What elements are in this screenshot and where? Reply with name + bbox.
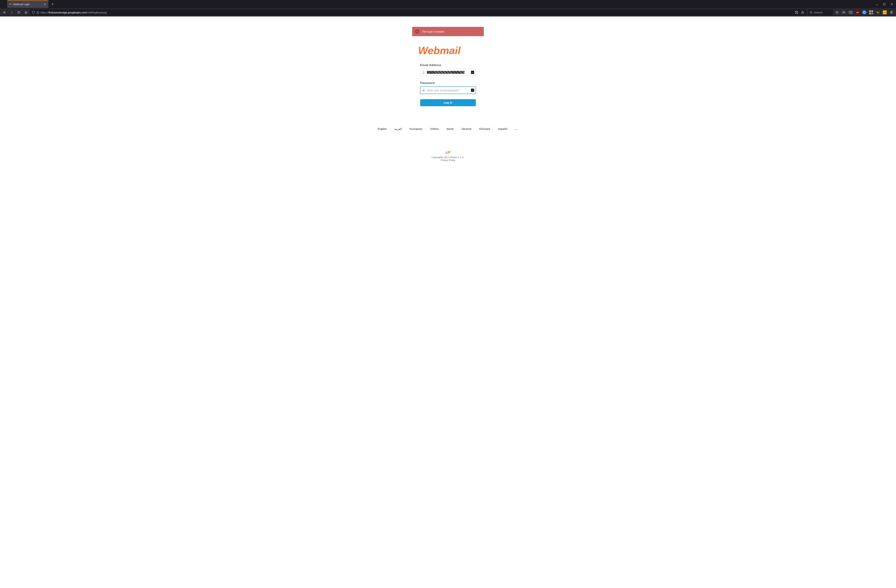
lang-arabic[interactable]: العربية <box>395 127 402 131</box>
url-proto: https:// <box>41 11 49 14</box>
dino-ext-button[interactable]: 🦖 <box>875 9 881 15</box>
webmail-logo-text: Webmail <box>418 45 461 56</box>
nav-home-button[interactable] <box>23 9 29 15</box>
new-tab-button[interactable] <box>50 2 55 7</box>
password-manager-badge-icon[interactable] <box>471 89 474 92</box>
browser-chrome: cP Webmail Login <box>0 0 896 17</box>
error-icon <box>415 29 419 33</box>
nav-forward-button[interactable] <box>9 9 15 15</box>
redacted-email-value <box>427 71 465 74</box>
yellow-ext-button[interactable] <box>882 9 888 15</box>
email-field[interactable] <box>427 69 475 76</box>
login-button[interactable]: Log in <box>420 99 476 106</box>
webmail-logo: Webmail <box>412 45 484 56</box>
yellow-ext-icon <box>883 11 887 14</box>
password-label: Password <box>420 81 476 85</box>
window-maximize-button[interactable] <box>881 2 887 7</box>
svg-rect-0 <box>884 3 885 5</box>
password-manager-badge-icon[interactable] <box>471 71 474 74</box>
url-bar[interactable]: https://firebasestorage.googleapis.com/v… <box>30 9 807 15</box>
reader-button[interactable] <box>847 9 854 15</box>
url-text[interactable]: https://firebasestorage.googleapis.com/v… <box>41 11 793 14</box>
cookie-ext-button[interactable] <box>861 9 867 15</box>
url-host: firebasestorage.googleapis.com <box>49 11 87 14</box>
svg-rect-13 <box>423 90 425 91</box>
email-input-wrap[interactable] <box>420 69 476 76</box>
footer: cP Copyright© 2021 cPanel, L.L.C. Privac… <box>0 150 896 161</box>
cpanel-favicon-icon: cP <box>9 3 12 6</box>
lang-english[interactable]: English <box>378 127 386 131</box>
cpanel-logo-icon: cP <box>0 150 896 155</box>
lang-more-button[interactable]: … <box>515 127 518 131</box>
lock-input-icon <box>421 89 427 92</box>
svg-rect-2 <box>795 11 796 12</box>
ublock-icon: uo <box>855 11 859 14</box>
lang-czech[interactable]: čeština <box>430 127 439 131</box>
login-form: Email Address Password Log in <box>420 63 476 106</box>
tab-close-button[interactable] <box>43 3 47 6</box>
qr-icon[interactable] <box>794 9 799 15</box>
cookie-icon <box>862 11 866 14</box>
nav-back-button[interactable] <box>2 9 8 15</box>
svg-point-9 <box>864 12 864 12</box>
library-button[interactable] <box>841 9 847 15</box>
toolbar-icons: uo 🦖 <box>834 9 894 15</box>
person-icon <box>421 71 427 74</box>
lang-danish[interactable]: dansk <box>446 127 454 131</box>
squares-ext-button[interactable] <box>868 9 874 15</box>
squares-icon <box>869 11 873 14</box>
svg-point-6 <box>810 11 812 13</box>
browser-search-box[interactable]: Search <box>808 9 833 15</box>
search-placeholder: Search <box>814 11 823 14</box>
search-icon <box>810 11 812 14</box>
password-field[interactable] <box>427 87 475 94</box>
svg-rect-1 <box>37 12 39 14</box>
privacy-policy-link[interactable]: Privacy Policy <box>0 159 896 161</box>
lang-greek[interactable]: Ελληνικά <box>479 127 490 131</box>
error-alert: The login is invalid. <box>412 27 484 36</box>
lang-bulgarian[interactable]: български <box>410 127 422 131</box>
error-message: The login is invalid. <box>422 30 445 33</box>
tab-title: Webmail Login <box>13 3 42 6</box>
hamburger-menu-button[interactable] <box>888 9 894 15</box>
svg-rect-3 <box>797 11 798 12</box>
window-controls <box>874 0 895 8</box>
lock-icon <box>37 11 39 14</box>
page-content: The login is invalid. Webmail Email Addr… <box>0 17 896 588</box>
nav-bar: https://firebasestorage.googleapis.com/v… <box>0 8 896 17</box>
tab-strip: cP Webmail Login <box>0 0 896 8</box>
svg-rect-4 <box>795 13 796 14</box>
svg-point-11 <box>864 12 864 13</box>
password-input-wrap[interactable] <box>420 87 476 94</box>
copyright-text: Copyright© 2021 cPanel, L.L.C. <box>0 156 896 159</box>
ublock-button[interactable]: uo <box>855 9 861 15</box>
lang-spanish[interactable]: español <box>498 127 507 131</box>
webmail-logo-icon: Webmail <box>418 45 478 56</box>
email-label: Email Address <box>420 63 476 67</box>
dino-icon: 🦖 <box>876 11 880 14</box>
lang-german[interactable]: Deutsch <box>462 127 471 131</box>
nav-reload-button[interactable] <box>16 9 22 15</box>
site-security-zone[interactable] <box>32 11 39 14</box>
pocket-button[interactable] <box>834 9 840 15</box>
language-selector: English العربية български čeština dansk … <box>0 127 896 131</box>
login-panel: The login is invalid. Webmail Email Addr… <box>412 17 484 106</box>
bookmark-star-icon[interactable] <box>800 9 805 15</box>
browser-tab-active[interactable]: cP Webmail Login <box>7 0 49 8</box>
svg-rect-5 <box>797 13 798 14</box>
window-minimize-button[interactable] <box>874 2 880 7</box>
svg-point-8 <box>863 11 866 14</box>
url-path: /v0/b/hyjkloplopg <box>87 11 107 14</box>
window-close-button[interactable] <box>889 2 895 7</box>
svg-point-10 <box>864 12 865 12</box>
shield-icon <box>32 11 35 14</box>
svg-point-12 <box>423 71 424 72</box>
